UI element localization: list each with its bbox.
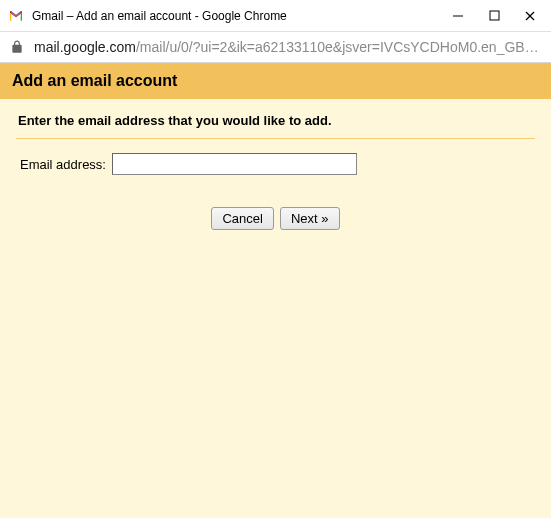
lock-icon [10,40,24,54]
url-path: /mail/u/0/?ui=2&ik=a62133110e&jsver=IVCs… [136,39,539,55]
page-body: Enter the email address that you would l… [0,99,551,230]
window-controls [451,9,543,23]
email-row: Email address: [16,153,535,175]
gmail-icon [8,8,24,24]
cancel-button[interactable]: Cancel [211,207,273,230]
url-text: mail.google.com/mail/u/0/?ui=2&ik=a62133… [34,39,541,55]
next-button[interactable]: Next » [280,207,340,230]
address-bar[interactable]: mail.google.com/mail/u/0/?ui=2&ik=a62133… [0,32,551,62]
close-button[interactable] [523,9,537,23]
maximize-button[interactable] [487,9,501,23]
instruction-text: Enter the email address that you would l… [16,109,535,138]
svg-rect-1 [490,11,499,20]
email-input[interactable] [112,153,357,175]
email-label: Email address: [20,157,106,172]
page-content: Add an email account Enter the email add… [0,62,551,518]
minimize-button[interactable] [451,9,465,23]
button-row: Cancel Next » [16,207,535,230]
window-titlebar: Gmail – Add an email account - Google Ch… [0,0,551,32]
divider [16,138,535,139]
page-title: Add an email account [0,63,551,99]
url-host: mail.google.com [34,39,136,55]
window-title: Gmail – Add an email account - Google Ch… [32,9,451,23]
